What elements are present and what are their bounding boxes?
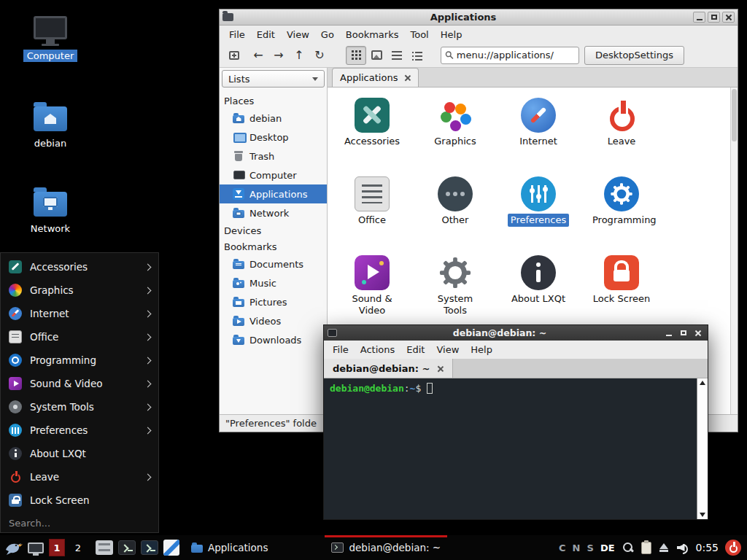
- menu-file[interactable]: File: [327, 343, 355, 357]
- reload-button[interactable]: ↻: [309, 46, 330, 65]
- menu-edit[interactable]: Edit: [400, 343, 430, 357]
- detailed-view-button[interactable]: [407, 46, 427, 65]
- sidebar-item-videos[interactable]: Videos: [220, 311, 327, 330]
- show-desktop-button[interactable]: [28, 542, 44, 553]
- menu-go[interactable]: Go: [316, 28, 339, 42]
- app-item-programming[interactable]: Programming: [580, 176, 663, 255]
- app-item-internet[interactable]: Internet: [497, 98, 580, 176]
- lists-combo[interactable]: Lists: [222, 70, 325, 88]
- menu-item-lock-screen[interactable]: Lock Screen: [1, 489, 158, 512]
- address-input[interactable]: [457, 50, 575, 61]
- sidebar-item-music[interactable]: Music: [220, 273, 327, 292]
- workspace-1-button[interactable]: 1: [49, 539, 65, 556]
- menu-item-label: Programming: [30, 354, 96, 366]
- app-item-about-lxqt[interactable]: About LXQt: [497, 255, 580, 334]
- task-terminal[interactable]: debian@debian: ~: [325, 535, 447, 560]
- tab-close-icon[interactable]: [404, 74, 411, 81]
- terminal-launcher-2[interactable]: [141, 540, 158, 555]
- menu-item-office[interactable]: Office: [1, 325, 158, 349]
- app-item-leave[interactable]: Leave: [580, 98, 663, 176]
- sidebar-item-debian[interactable]: debian: [220, 109, 327, 128]
- minimize-button[interactable]: [693, 12, 705, 23]
- removable-media-icon[interactable]: [658, 542, 670, 553]
- menu-item-programming[interactable]: Programming: [1, 349, 158, 372]
- sidebar-item-applications[interactable]: Applications: [220, 184, 327, 203]
- menu-file[interactable]: File: [224, 28, 250, 42]
- desktop-icon-network[interactable]: Network: [17, 186, 84, 235]
- app-item-lock-screen[interactable]: Lock Screen: [580, 255, 663, 334]
- menu-actions[interactable]: Actions: [355, 343, 401, 357]
- compact-view-button[interactable]: [387, 46, 407, 65]
- minimize-button[interactable]: [662, 327, 675, 338]
- start-menu-button[interactable]: [4, 538, 23, 557]
- terminal-launcher[interactable]: [118, 540, 136, 555]
- menu-edit[interactable]: Edit: [252, 28, 280, 42]
- terminal-tab[interactable]: debian@debian: ~: [324, 359, 453, 378]
- terminal-screen[interactable]: debian@debian:~$: [324, 378, 697, 519]
- text-editor-launcher[interactable]: [163, 540, 179, 556]
- app-item-office[interactable]: Office: [330, 176, 414, 255]
- keyboard-layout[interactable]: DE: [600, 542, 615, 553]
- fm-titlebar[interactable]: Applications: [220, 9, 738, 26]
- app-item-system-tools[interactable]: System Tools: [414, 255, 497, 334]
- vertical-scrollbar[interactable]: [730, 88, 738, 414]
- scrollbar-thumb[interactable]: [732, 89, 737, 141]
- search-input[interactable]: [9, 518, 150, 529]
- sidebar-item-network[interactable]: Network: [220, 203, 327, 222]
- desktop-settings-button[interactable]: DesktopSettings: [584, 46, 684, 65]
- app-item-sound-video[interactable]: Sound & Video: [330, 255, 414, 334]
- close-button[interactable]: [692, 327, 704, 338]
- terminal-titlebar[interactable]: debian@debian: ~: [324, 325, 708, 341]
- sidebar-item-pictures[interactable]: Pictures: [220, 292, 327, 311]
- app-item-preferences[interactable]: Preferences: [497, 176, 580, 255]
- menu-item-graphics[interactable]: Graphics: [1, 279, 158, 302]
- menu-item-internet[interactable]: Internet: [1, 302, 158, 325]
- close-button[interactable]: [722, 12, 735, 23]
- new-tab-button[interactable]: [224, 46, 244, 65]
- power-button[interactable]: [725, 540, 741, 556]
- app-item-other[interactable]: Other: [414, 176, 497, 255]
- menu-item-leave[interactable]: Leave: [1, 465, 158, 489]
- menu-item-about-lxqt[interactable]: About LXQt: [1, 442, 158, 465]
- menu-view[interactable]: View: [430, 343, 465, 357]
- task-applications[interactable]: Applications: [185, 535, 274, 560]
- menu-item-accessories[interactable]: Accessories: [1, 255, 158, 279]
- file-manager-launcher[interactable]: [96, 540, 113, 555]
- tab-close-icon[interactable]: [437, 365, 444, 372]
- up-button[interactable]: ↑: [289, 46, 309, 65]
- menu-bookmarks[interactable]: Bookmarks: [341, 28, 404, 42]
- scroll-up-icon[interactable]: [700, 381, 705, 385]
- clock[interactable]: 0:55: [696, 542, 719, 553]
- back-button[interactable]: ←: [248, 46, 268, 65]
- menu-item-system-tools[interactable]: System Tools: [1, 395, 158, 419]
- forward-button[interactable]: →: [268, 46, 289, 65]
- app-item-accessories[interactable]: Accessories: [330, 98, 414, 176]
- menu-tool[interactable]: Tool: [405, 28, 433, 42]
- app-item-graphics[interactable]: Graphics: [414, 98, 497, 176]
- sidebar-item-desktop[interactable]: Desktop: [220, 128, 327, 147]
- magnifier-icon[interactable]: [622, 541, 635, 554]
- tab-applications[interactable]: Applications: [332, 68, 419, 87]
- sidebar-item-documents[interactable]: Documents: [220, 254, 327, 273]
- scroll-down-icon[interactable]: [700, 513, 705, 517]
- sidebar-item-downloads[interactable]: Downloads: [220, 330, 327, 349]
- maximize-button[interactable]: [677, 327, 689, 338]
- menu-search[interactable]: [1, 512, 158, 534]
- terminal-scrollbar[interactable]: [697, 378, 708, 519]
- sidebar-item-computer[interactable]: Computer: [220, 166, 327, 184]
- menu-view[interactable]: View: [282, 28, 314, 42]
- thumbnail-view-button[interactable]: [366, 46, 387, 65]
- volume-icon[interactable]: [676, 542, 689, 553]
- menu-help[interactable]: Help: [436, 28, 468, 42]
- desktop-icon-computer[interactable]: Computer: [17, 15, 84, 62]
- icon-view-button[interactable]: [346, 46, 366, 65]
- menu-help[interactable]: Help: [465, 343, 498, 357]
- clipboard-icon[interactable]: [641, 542, 651, 554]
- address-bar[interactable]: [441, 47, 579, 64]
- maximize-button[interactable]: [708, 12, 720, 23]
- sidebar-item-trash[interactable]: Trash: [220, 147, 327, 166]
- workspace-2-button[interactable]: 2: [70, 539, 86, 556]
- desktop-icon-debian[interactable]: debian: [17, 101, 84, 149]
- menu-item-preferences[interactable]: Preferences: [1, 419, 158, 442]
- menu-item-sound-video[interactable]: Sound & Video: [1, 372, 158, 395]
